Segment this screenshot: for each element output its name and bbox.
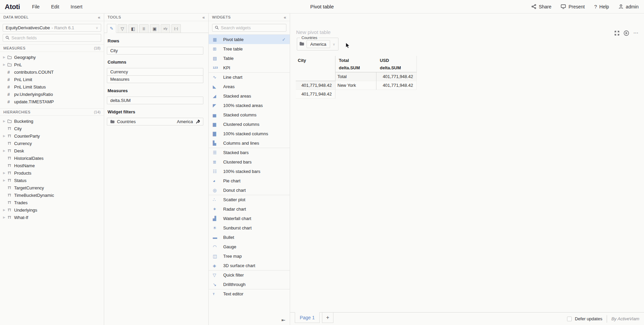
search-fields-input[interactable] xyxy=(11,35,98,40)
widget-item[interactable]: ◢ Stacked areas ✓ xyxy=(209,91,290,101)
hierarchy-item[interactable]: ▶ # HostName xyxy=(0,162,104,169)
hierarchy-item[interactable]: ▶ # TargetCurrency xyxy=(0,184,104,191)
page-tab[interactable]: Page 1 xyxy=(295,312,320,323)
measure-item[interactable]: ▶ # Geography xyxy=(0,53,104,61)
widget-item[interactable]: ⊞ Tree table ✓ xyxy=(209,44,290,53)
widget-item[interactable]: ☰ Stacked bars ✓ xyxy=(209,148,290,157)
pivot-column-header[interactable]: Total xyxy=(335,56,376,64)
xy-axes-icon[interactable]: x/y xyxy=(161,24,170,33)
hierarchy-item[interactable]: ▶ # Currency xyxy=(0,140,104,147)
collapse-widgets-left-icon[interactable]: ⇤ xyxy=(281,317,285,323)
widget-item[interactable]: ◈ 3D surface chart ✓ xyxy=(209,261,290,270)
search-widgets-input[interactable] xyxy=(221,25,284,30)
hierarchy-item[interactable]: ▶ # TimeBucketDynamic xyxy=(0,191,104,199)
menu-item[interactable]: Insert xyxy=(71,4,82,9)
widget-title[interactable]: New pivot table xyxy=(296,29,331,35)
widget-item[interactable]: ◕ Pie chart ✓ xyxy=(209,176,290,185)
pivot-measure-header[interactable]: delta.SUM xyxy=(376,64,417,72)
fullscreen-icon[interactable] xyxy=(614,31,619,36)
query-box-icon[interactable]: ▣ xyxy=(150,24,159,33)
hierarchy-item[interactable]: ▶ # Status xyxy=(0,177,104,184)
style-roller-icon[interactable]: ◧ xyxy=(128,24,138,33)
column-field-chip[interactable]: Currency xyxy=(107,68,203,76)
collapse-data-model-icon[interactable]: « xyxy=(98,15,100,20)
pivot-cell[interactable]: 401,771,948.42 xyxy=(296,81,335,90)
expand-chevron-icon[interactable]: ▶ xyxy=(3,63,7,66)
present-button[interactable]: Present xyxy=(561,4,585,9)
measure-item[interactable]: ▶ # contributors.COUNT xyxy=(0,68,104,76)
widget-item[interactable]: 123 KPI ✓ xyxy=(209,63,290,72)
hierarchy-item[interactable]: ▶ # Desk xyxy=(0,147,104,154)
measure-item[interactable]: ▶ # PnL Limit xyxy=(0,76,104,83)
expand-chevron-icon[interactable]: ▶ xyxy=(3,216,7,219)
help-button[interactable]: ? Help xyxy=(594,4,609,9)
cube-selector[interactable]: EquityDerivativesCube - Ranch 6.1 ∨ xyxy=(3,24,101,32)
widget-item[interactable]: ▟ Waterfall chart ✓ xyxy=(209,214,290,223)
hierarchy-item[interactable]: ▶ # What-If xyxy=(0,214,104,221)
expand-chevron-icon[interactable]: ▶ xyxy=(3,149,7,152)
pivot-cell[interactable]: 401,771,948.42 xyxy=(376,81,417,90)
pivot-measure-header[interactable]: delta.SUM xyxy=(335,64,376,72)
widget-item[interactable]: ◤ 100% stacked areas ✓ xyxy=(209,101,290,110)
widget-item[interactable]: ▅ Stacked columns ✓ xyxy=(209,110,290,119)
hierarchy-item[interactable]: ▶ # Trades xyxy=(0,199,104,206)
widget-item[interactable]: ▆ Clustered columns ✓ xyxy=(209,119,290,129)
widget-item[interactable]: ☀ Sunburst chart ✓ xyxy=(209,223,290,232)
countries-filter[interactable]: Countries America ∨ xyxy=(297,38,338,50)
pivot-column-header[interactable]: USD xyxy=(376,56,417,64)
more-menu-icon[interactable]: ⋯ xyxy=(633,30,639,36)
widget-item[interactable]: ▬ Bullet ✓ xyxy=(209,232,290,242)
defer-updates-checkbox[interactable] xyxy=(567,317,572,321)
widget-item[interactable]: ↘ Drillthrough ✓ xyxy=(209,280,290,289)
collapse-tools-icon[interactable]: « xyxy=(202,15,205,20)
column-field-chip[interactable]: Measures xyxy=(107,75,203,83)
pin-icon[interactable] xyxy=(196,119,200,124)
widget-item[interactable]: ☷ 100% stacked bars ✓ xyxy=(209,167,290,176)
pivot-corner-header[interactable]: City xyxy=(296,56,335,81)
measure-item[interactable]: ▶ # PnL xyxy=(0,61,104,68)
expand-chevron-icon[interactable]: ▶ xyxy=(3,134,7,138)
expand-chevron-icon[interactable]: ▶ xyxy=(3,179,7,182)
collapse-widgets-icon[interactable]: « xyxy=(284,15,286,20)
measure-field-chip[interactable]: delta.SUM xyxy=(107,97,203,104)
share-button[interactable]: Share xyxy=(531,4,551,9)
measure-item[interactable]: ▶ # update.TIMESTAMP xyxy=(0,98,104,105)
widget-item[interactable]: T Text editor ✓ xyxy=(209,289,290,298)
widget-item[interactable]: ▙ Columns and lines ✓ xyxy=(209,138,290,148)
measure-item[interactable]: ▶ # PnL Limit Status xyxy=(0,83,104,91)
expand-chevron-icon[interactable]: ▶ xyxy=(3,171,7,175)
pivot-row-header[interactable]: New York xyxy=(335,81,376,90)
widget-filter-chip[interactable]: Countries America xyxy=(107,118,203,125)
widget-item[interactable]: ▽ Quick filter ✓ xyxy=(209,270,290,280)
widget-item[interactable]: ▦ Pivot table ✓ xyxy=(209,35,290,44)
hierarchy-item[interactable]: ▶ # Underlyings xyxy=(0,206,104,214)
widget-item[interactable]: ✶ Radar chart ✓ xyxy=(209,204,290,214)
widget-item[interactable]: ▤ Table ✓ xyxy=(209,53,290,63)
hierarchy-item[interactable]: ▶ # HistoricalDates xyxy=(0,154,104,162)
measure-item[interactable]: ▶ # pv.UnderlyingsRatio xyxy=(0,91,104,98)
widget-item[interactable]: ◎ Donut chart ✓ xyxy=(209,185,290,195)
expand-chevron-icon[interactable]: ▶ xyxy=(3,119,7,123)
hierarchy-item[interactable]: ▶ # Products xyxy=(0,169,104,177)
hierarchy-item[interactable]: ▶ # Bucketing xyxy=(0,117,104,125)
menu-item[interactable]: Edit xyxy=(51,4,59,9)
widget-item[interactable]: ◫ Tree map ✓ xyxy=(209,251,290,261)
widget-item[interactable]: ∴ Scatter plot ✓ xyxy=(209,195,290,204)
edit-pencil-icon[interactable]: ✎ xyxy=(107,24,116,33)
widget-item[interactable]: ◠ Gauge ✓ xyxy=(209,242,290,251)
pivot-row-header[interactable]: Total xyxy=(335,72,376,81)
filter-funnel-icon[interactable]: ▽ xyxy=(118,24,127,33)
pivot-cell[interactable]: 401,771,948.42 xyxy=(376,72,417,81)
pivot-cell[interactable]: 401,771,948.42 xyxy=(296,90,335,99)
hierarchy-item[interactable]: ▶ # CounterParty xyxy=(0,132,104,140)
add-page-button[interactable]: + xyxy=(322,313,333,323)
widget-item[interactable]: ◣ Areas ✓ xyxy=(209,82,290,91)
code-braces-icon[interactable]: {−} xyxy=(171,24,181,33)
menu-item[interactable]: File xyxy=(32,4,40,9)
hierarchy-item[interactable]: ▶ # City xyxy=(0,125,104,132)
row-field-chip[interactable]: City xyxy=(107,47,203,55)
user-menu[interactable]: admin xyxy=(618,4,639,9)
sliders-icon[interactable]: ||| xyxy=(139,24,149,33)
widget-item[interactable]: ≣ Clustered bars ✓ xyxy=(209,157,290,167)
countries-filter-value[interactable]: America xyxy=(307,40,330,48)
